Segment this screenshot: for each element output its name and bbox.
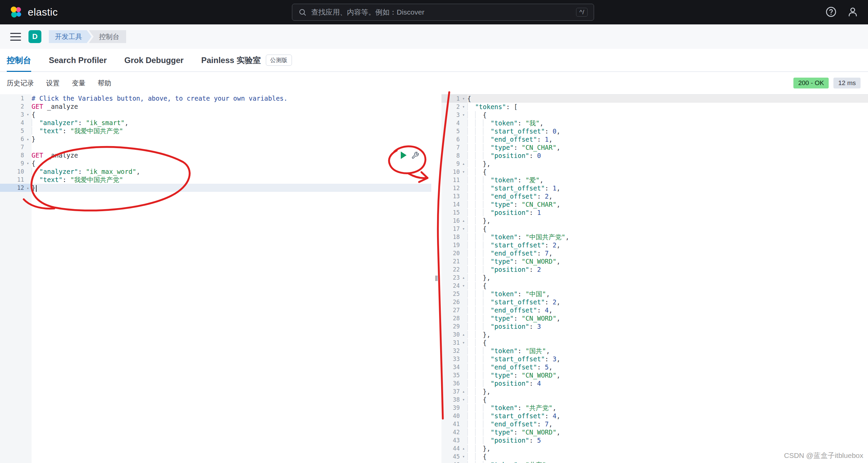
code-line[interactable]: "token": "共产党", xyxy=(467,404,868,412)
space-badge[interactable]: D xyxy=(28,30,41,43)
code-line[interactable]: GET _analyze xyxy=(32,151,431,159)
code-line[interactable]: "token": "我", xyxy=(467,119,868,127)
code-line[interactable]: { xyxy=(467,95,868,103)
code-line[interactable]: "start_offset": 1, xyxy=(467,184,868,192)
code-line[interactable]: "end_offset": 2, xyxy=(467,192,868,200)
fold-toggle-icon[interactable]: ▴ xyxy=(24,184,32,192)
code-line[interactable]: { xyxy=(32,159,431,167)
fold-toggle-icon[interactable]: ▴ xyxy=(24,135,32,143)
fold-toggle-icon[interactable]: ▴ xyxy=(460,387,467,396)
code-line[interactable]: "token": "爱", xyxy=(467,176,868,184)
code-line[interactable]: } xyxy=(32,135,431,143)
elastic-home-link[interactable]: elastic xyxy=(9,5,58,19)
code-line[interactable]: "end_offset": 7, xyxy=(467,249,868,257)
fold-toggle-icon[interactable]: ▾ xyxy=(460,339,467,347)
code-line[interactable]: "token": "中国共产党", xyxy=(467,233,868,241)
code-line[interactable]: "position": 3 xyxy=(467,322,868,330)
code-line[interactable]: "token": "共产", xyxy=(467,461,868,463)
code-line[interactable]: { xyxy=(467,339,868,347)
code-line[interactable]: { xyxy=(467,396,868,404)
request-options-icon[interactable] xyxy=(411,152,419,159)
fold-toggle-icon[interactable]: ▾ xyxy=(460,168,467,176)
code-line[interactable]: }, xyxy=(467,160,868,168)
code-line[interactable]: "type": "CN_WORD", xyxy=(467,257,868,265)
code-line[interactable]: # Click the Variables button, above, to … xyxy=(32,94,431,102)
breadcrumb-item[interactable]: 控制台 xyxy=(89,30,126,43)
breadcrumb-item[interactable]: 开发工具 xyxy=(49,30,92,43)
code-line[interactable]: "token": "国共", xyxy=(467,347,868,355)
request-editor[interactable]: # Click the Variables button, above, to … xyxy=(32,94,431,463)
fold-toggle-icon[interactable]: ▴ xyxy=(460,217,467,225)
tab[interactable]: Search Profiler xyxy=(49,49,107,72)
code-line[interactable]: "tokens": [ xyxy=(467,103,868,111)
code-line[interactable]: "position": 2 xyxy=(467,265,868,274)
tab[interactable]: Painless 实验室公测版 xyxy=(201,49,292,72)
code-line[interactable]: "start_offset": 2, xyxy=(467,241,868,249)
toolbar-item[interactable]: 变量 xyxy=(72,79,85,88)
code-line[interactable]: "position": 1 xyxy=(467,208,868,217)
fold-toggle-icon[interactable]: ▾ xyxy=(24,159,32,167)
fold-toggle-icon[interactable]: ▾ xyxy=(460,282,467,290)
watermark: CSDN @蓝盒子itbluebox xyxy=(784,451,863,460)
menu-icon[interactable] xyxy=(10,32,21,41)
tab[interactable]: Grok Debugger xyxy=(124,49,184,72)
code-line[interactable]: }, xyxy=(467,387,868,396)
code-line[interactable]: } xyxy=(32,184,431,192)
fold-toggle-icon[interactable]: ▾ xyxy=(460,452,467,461)
user-icon[interactable] xyxy=(847,6,859,19)
code-line[interactable]: "analyzer": "ik_max_word", xyxy=(32,167,431,176)
code-line[interactable]: "type": "CN_WORD", xyxy=(467,428,868,436)
code-line[interactable]: "text": "我爱中国共产党" xyxy=(32,127,431,135)
fold-toggle-icon[interactable]: ▴ xyxy=(460,274,467,282)
toolbar-item[interactable]: 历史记录 xyxy=(7,79,34,88)
fold-toggle-icon[interactable]: ▾ xyxy=(460,111,467,119)
code-line[interactable]: "end_offset": 7, xyxy=(467,420,868,428)
code-line[interactable]: { xyxy=(467,225,868,233)
toolbar-item[interactable]: 帮助 xyxy=(98,79,111,88)
code-line[interactable]: "start_offset": 3, xyxy=(467,355,868,363)
fold-toggle-icon[interactable]: ▾ xyxy=(460,225,467,233)
fold-toggle-icon[interactable]: ▴ xyxy=(460,330,467,339)
code-line[interactable]: "end_offset": 1, xyxy=(467,135,868,143)
response-viewer[interactable]: { "tokens": [ { "token": "我", "start_off… xyxy=(467,95,868,463)
global-search-input[interactable]: 查找应用、内容等。例如：Discover ^/ xyxy=(292,4,594,21)
gutter-line-number: 25 xyxy=(441,290,467,298)
code-line[interactable]: { xyxy=(467,168,868,176)
code-line[interactable]: { xyxy=(467,282,868,290)
code-line[interactable]: "position": 5 xyxy=(467,436,868,444)
code-line[interactable]: "start_offset": 2, xyxy=(467,298,868,306)
tab[interactable]: 控制台 xyxy=(7,49,31,72)
code-line[interactable]: "type": "CN_WORD", xyxy=(467,371,868,379)
code-line[interactable]: { xyxy=(32,110,431,119)
code-line[interactable]: "type": "CN_CHAR", xyxy=(467,143,868,152)
toolbar-menu: 历史记录设置变量帮助 xyxy=(7,79,123,88)
code-line[interactable]: "end_offset": 5, xyxy=(467,363,868,371)
code-line[interactable]: "position": 0 xyxy=(467,152,868,160)
fold-toggle-icon[interactable]: ▾ xyxy=(460,95,467,103)
code-line[interactable]: "analyzer": "ik_smart", xyxy=(32,119,431,127)
code-line[interactable]: }, xyxy=(467,274,868,282)
code-line[interactable]: }, xyxy=(467,217,868,225)
panel-resizer[interactable]: ‖ xyxy=(431,94,441,463)
code-line[interactable]: GET _analyze xyxy=(32,102,431,110)
help-icon[interactable] xyxy=(825,6,837,19)
code-line[interactable]: "position": 4 xyxy=(467,379,868,387)
code-line[interactable]: "end_offset": 4, xyxy=(467,306,868,314)
fold-toggle-icon[interactable]: ▴ xyxy=(460,160,467,168)
code-line[interactable]: { xyxy=(467,111,868,119)
send-request-button[interactable] xyxy=(401,152,407,159)
code-line[interactable]: "start_offset": 0, xyxy=(467,127,868,135)
code-line[interactable] xyxy=(32,143,431,151)
toolbar-item[interactable]: 设置 xyxy=(46,79,60,88)
fold-toggle-icon[interactable]: ▾ xyxy=(460,103,467,111)
fold-toggle-icon[interactable]: ▾ xyxy=(460,396,467,404)
fold-toggle-icon[interactable]: ▾ xyxy=(24,110,32,119)
code-line[interactable]: "start_offset": 4, xyxy=(467,412,868,420)
code-line[interactable]: "token": "中国", xyxy=(467,290,868,298)
code-line[interactable]: "type": "CN_WORD", xyxy=(467,314,868,322)
fold-toggle-icon[interactable]: ▴ xyxy=(460,444,467,452)
header-actions xyxy=(825,6,859,19)
code-line[interactable]: "text": "我爱中国共产党" xyxy=(32,176,431,184)
code-line[interactable]: "type": "CN_CHAR", xyxy=(467,200,868,208)
code-line[interactable]: }, xyxy=(467,330,868,339)
